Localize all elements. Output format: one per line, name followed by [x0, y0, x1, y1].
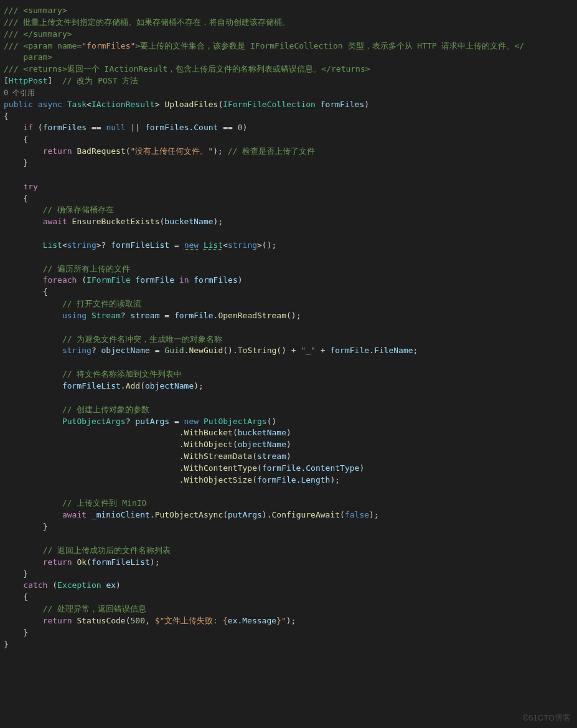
cmt: // 处理异常，返回错误信息 — [43, 604, 146, 613]
await-ensure: await EnsureBucketExists(bucketName); — [43, 217, 223, 226]
list-init: List<string>? formFileList = new List<st… — [43, 240, 277, 250]
doc-desc: /// 批量上传文件到指定的存储桶。如果存储桶不存在，将自动创建该存储桶。 — [4, 17, 290, 27]
method-signature: public async Task<IActionResult> UploadF… — [4, 100, 369, 109]
cmt: // 打开文件的读取流 — [62, 299, 141, 308]
using-stream: using Stream? stream = formFile.OpenRead… — [62, 311, 301, 320]
doc-param: /// <param name="formFiles">要上传的文件集合，该参数… — [4, 41, 529, 50]
cmt: // 为避免文件名冲突，生成唯一的对象名称 — [62, 334, 222, 344]
return-ok: return Ok(formFileList); — [43, 557, 160, 567]
cmt: // 创建上传对象的参数 — [62, 405, 149, 414]
cmt: // 将文件名称添加到文件列表中 — [62, 369, 182, 379]
doc-returns: /// <returns>返回一个 IActionResult，包含上传后文件的… — [4, 64, 370, 73]
upload-call: await _minioClient.PutObjectAsync(putArg… — [62, 510, 379, 519]
brace: { — [4, 111, 9, 121]
return-badrequest: return BadRequest("没有上传任何文件。"); // 检查是否上… — [43, 146, 316, 156]
attribute-line: [HttpPost] // 改为 POST 方法 — [4, 76, 138, 85]
catch-clause: catch (Exception ex) — [23, 580, 121, 590]
doc-param-end: param> — [4, 52, 52, 62]
cmt: // 返回上传成功后的文件名称列表 — [43, 546, 171, 555]
add-to-list: formFileList.Add(objectName); — [62, 381, 204, 390]
codelens-refs[interactable]: 0 个引用 — [4, 88, 35, 97]
cmt: // 遍历所有上传的文件 — [43, 264, 130, 273]
if-check: if (formFiles == null || formFiles.Count… — [23, 123, 247, 132]
putargs: PutObjectArgs? putArgs = new PutObjectAr… — [62, 417, 276, 426]
foreach-loop: foreach (IFormFile formFile in formFiles… — [43, 275, 243, 285]
try-kw: try — [23, 182, 37, 191]
code-editor[interactable]: /// <summary> /// 批量上传文件到指定的存储桶。如果存储桶不存在… — [0, 0, 577, 650]
cmt: // 上传文件到 MinIO — [62, 498, 146, 508]
return-statuscode: return StatusCode(500, $"文件上传失败: {ex.Mes… — [43, 616, 296, 625]
cmt: // 确保存储桶存在 — [43, 205, 114, 214]
object-name: string? objectName = Guid.NewGuid().ToSt… — [62, 346, 418, 355]
doc-close: /// </summary> — [4, 29, 72, 39]
doc-open: /// <summary> — [4, 6, 67, 15]
